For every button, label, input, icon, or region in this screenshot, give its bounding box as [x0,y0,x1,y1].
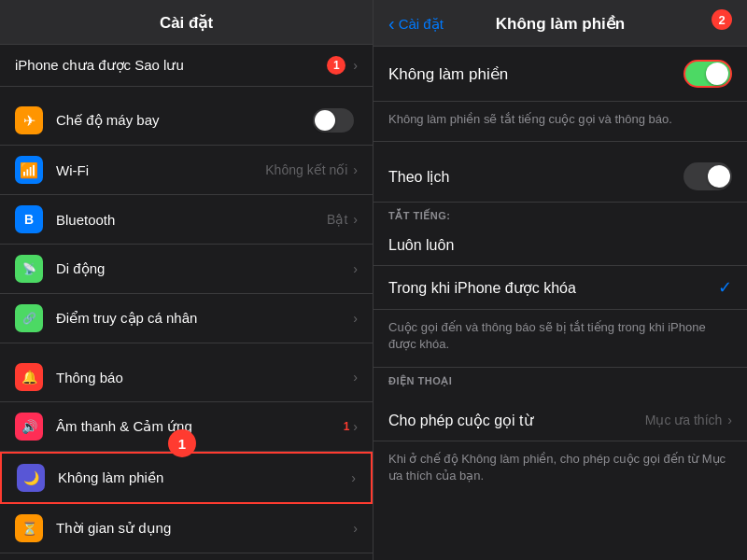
section-dien-thoai: ĐIỆN THOẠI [374,368,747,391]
back-label: Cài đặt [399,16,444,33]
schedule-label: Theo lịch [388,168,684,186]
row-screen-time[interactable]: ⏳ Thời gian sử dụng › [0,504,373,553]
dnd-label: Không làm phiền [58,469,351,486]
mobile-chevron: › [353,261,358,276]
schedule-row[interactable]: Theo lịch [374,151,747,203]
back-chevron-icon: ‹ [388,13,395,35]
back-button[interactable]: ‹ Cài đặt [388,13,444,35]
dnd-chevron: › [351,470,356,485]
airplane-toggle[interactable] [313,108,354,133]
allow-calls-description: Khi ở chế độ Không làm phiền, cho phép c… [374,441,747,494]
badge-1: 1 [168,429,196,457]
always-label: Luôn luôn [388,237,732,254]
notifications-label: Thông báo [56,370,353,385]
option-always[interactable]: Luôn luôn [374,226,747,266]
wifi-icon-wrap: 📶 [15,156,43,184]
row-wifi[interactable]: 📶 Wi-Fi Không kết nối › [0,146,373,195]
badge-2: 2 [712,9,732,30]
sound-icon: 🔊 [21,419,37,434]
when-locked-description: Cuộc gọi đến và thông báo sẽ bị tắt tiến… [374,310,747,367]
wifi-icon: 📶 [20,161,38,179]
wifi-value: Không kết nối [265,162,347,177]
right-header: ‹ Cài đặt Không làm phiền 2 [374,0,747,47]
sound-badge: 1 [344,420,350,433]
row-notifications[interactable]: 🔔 Thông báo › [0,353,373,402]
backup-row[interactable]: iPhone chưa được Sao lưu 1 › [0,45,373,87]
hotspot-icon-wrap: 🔗 [15,304,43,332]
moon-icon: 🌙 [23,470,39,485]
notification-icon: 🔔 [21,370,37,385]
hotspot-label: Điểm truy cập cá nhân [56,310,353,327]
row-bluetooth[interactable]: B Bluetooth Bật › [0,195,373,245]
left-header: Cài đặt [0,0,373,45]
screentime-label: Thời gian sử dụng [56,520,353,537]
sound-label: Âm thanh & Cảm ứng [56,418,344,435]
left-panel: Cài đặt iPhone chưa được Sao lưu 1 › ✈ C… [0,0,374,560]
dnd-main-label: Không làm phiền [388,64,684,84]
airplane-icon-wrap: ✈ [15,106,43,134]
allow-calls-value: Mục ưa thích [645,413,723,427]
sound-icon-wrap: 🔊 [15,413,43,441]
hourglass-icon: ⏳ [21,521,37,536]
checkmark-icon: ✓ [718,277,732,298]
right-panel: ‹ Cài đặt Không làm phiền 2 Không làm ph… [374,0,747,560]
section-tat-tieng: TẮT TIẾNG: [374,203,747,226]
row-personal-hotspot[interactable]: 🔗 Điểm truy cập cá nhân › [0,294,373,343]
hotspot-icon: 🔗 [22,312,36,325]
mobile-label: Di động [56,260,353,277]
dnd-main-row: Không làm phiền [374,47,747,102]
settings-list: iPhone chưa được Sao lưu 1 › ✈ Chế độ má… [0,45,373,560]
left-title: Cài đặt [160,14,213,32]
allow-calls-chevron: › [727,413,732,427]
bluetooth-value: Bật [327,212,347,227]
bt-icon-wrap: B [15,205,43,233]
dnd-description: Không làm phiền sẽ tắt tiếng cuộc gọi và… [374,102,747,142]
dnd-toggle[interactable] [684,60,732,88]
group-connectivity: ✈ Chế độ máy bay 📶 Wi-Fi Không kết nối ›… [0,96,373,343]
row-airplane[interactable]: ✈ Chế độ máy bay [0,96,373,146]
wifi-label: Wi-Fi [56,162,265,178]
mobile-icon-wrap: 📡 [15,255,43,283]
backup-badge: 1 [327,56,345,75]
airplane-label: Chế độ máy bay [56,112,313,129]
notifications-chevron: › [353,370,358,385]
row-do-not-disturb[interactable]: 🌙 Không làm phiền › [0,452,373,504]
backup-chevron: › [353,58,358,73]
screentime-chevron: › [353,521,358,536]
backup-label: iPhone chưa được Sao lưu [15,57,327,74]
right-title: Không làm phiền [496,14,625,34]
schedule-toggle[interactable] [684,162,732,190]
mobile-icon: 📡 [22,262,36,275]
bluetooth-chevron: › [353,212,358,227]
hotspot-chevron: › [353,311,358,326]
notif-icon-wrap: 🔔 [15,363,43,391]
screentime-icon-wrap: ⏳ [15,514,43,542]
bluetooth-label: Bluetooth [56,212,327,228]
sound-chevron: › [353,419,358,434]
right-content: Không làm phiền Không làm phiền sẽ tắt t… [374,47,747,560]
airplane-icon: ✈ [23,112,35,130]
option-when-locked[interactable]: Trong khi iPhone được khóa ✓ [374,266,747,310]
allow-calls-row[interactable]: Cho phép cuộc gọi từ Mục ưa thích › [374,400,747,441]
bluetooth-icon: B [24,212,34,227]
row-mobile[interactable]: 📡 Di động › [0,245,373,294]
when-locked-label: Trong khi iPhone được khóa [388,279,718,297]
allow-calls-label: Cho phép cuộc gọi từ [388,412,645,429]
dnd-icon-wrap: 🌙 [17,464,45,492]
wifi-chevron: › [353,162,358,177]
